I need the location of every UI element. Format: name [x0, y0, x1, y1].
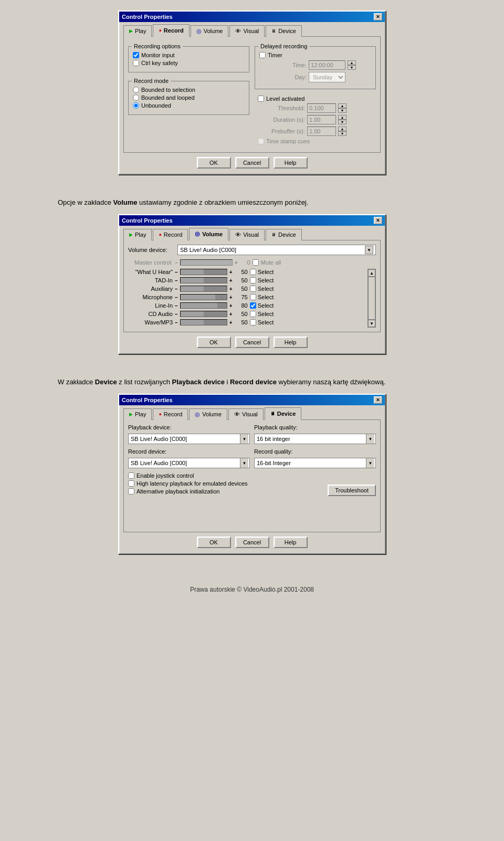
troubleshoot-button[interactable]: Troubleshoot	[328, 485, 376, 496]
tab-device-3[interactable]: 🖥 Device	[265, 407, 301, 420]
volume-scrollbar[interactable]: ▲ ▼	[368, 269, 376, 328]
tab-record-1[interactable]: ● Record	[153, 24, 189, 37]
record-device-arrow[interactable]: ▼	[240, 458, 248, 468]
cancel-button-2[interactable]: Cancel	[235, 337, 269, 348]
timer-row: Timer	[259, 52, 371, 58]
tab-visual-1[interactable]: 👁 Visual	[229, 25, 265, 37]
alt-playback-checkbox[interactable]	[128, 488, 134, 495]
duration-label: Duration (s):	[258, 117, 305, 123]
delayed-recording-legend: Delayed recording	[258, 43, 309, 49]
tab-record-3[interactable]: ● Record	[153, 408, 188, 420]
dialog2-buttons: OK Cancel Help	[123, 337, 381, 348]
slider-1[interactable]	[180, 277, 227, 283]
record-quality-combo[interactable]: 16-bit Integer ▼	[254, 458, 376, 468]
scroll-up-arrow[interactable]: ▲	[368, 269, 375, 277]
record-device-combo[interactable]: SB Live! Audio [C000] ▼	[128, 458, 250, 468]
slider-4[interactable]	[180, 302, 227, 309]
tab-play-2[interactable]: ▶ Play	[123, 229, 152, 240]
select-checkbox-1[interactable]	[250, 277, 256, 283]
record-quality-label: Record quality:	[254, 448, 376, 455]
fill-2	[181, 286, 204, 291]
tab-record-2[interactable]: ● Record	[153, 229, 188, 240]
select-checkbox-2[interactable]	[250, 286, 256, 292]
level-activated-checkbox[interactable]	[258, 96, 264, 102]
volume-device-select[interactable]: SB Live! Audio [C000] ▼	[177, 245, 376, 255]
timer-checkbox[interactable]	[259, 52, 266, 58]
duration-spin-up[interactable]: ▲	[338, 115, 346, 120]
cancel-button-3[interactable]: Cancel	[235, 537, 269, 548]
tab-play-label-2: Play	[135, 232, 146, 238]
select-checkbox-3[interactable]	[250, 294, 256, 300]
prebuffer-spin-down[interactable]: ▼	[338, 131, 346, 136]
prebuffer-spin[interactable]: ▲ ▼	[338, 127, 346, 136]
tab-visual-3[interactable]: 👁 Visual	[228, 408, 264, 420]
dialog3-buttons: OK Cancel Help	[123, 537, 381, 548]
playback-device-combo[interactable]: SB Live! Audio [C000] ▼	[128, 434, 250, 444]
record-icon-3: ●	[159, 412, 161, 417]
tab-device-2[interactable]: 🖥 Device	[266, 229, 302, 240]
text2-bold2: Playback device	[172, 378, 224, 386]
tab-visual-2[interactable]: 👁 Visual	[229, 229, 265, 240]
monitor-input-checkbox[interactable]	[133, 52, 139, 58]
scroll-down-arrow[interactable]: ▼	[368, 320, 375, 327]
fill-0	[181, 269, 204, 275]
high-latency-row: High latency playback for emulated devic…	[128, 480, 248, 487]
high-latency-checkbox[interactable]	[128, 480, 134, 487]
time-spin[interactable]: ▲ ▼	[348, 60, 356, 70]
select-checkbox-5[interactable]	[250, 311, 256, 317]
cancel-button-1[interactable]: Cancel	[235, 157, 269, 169]
volume-device-arrow[interactable]: ▼	[365, 246, 373, 254]
tab-play-3[interactable]: ▶ Play	[123, 408, 152, 420]
select-checkbox-4[interactable]	[250, 302, 256, 309]
close-button-3[interactable]: ✕	[374, 396, 382, 404]
tab-play-label-3: Play	[135, 411, 146, 417]
tab-volume-1[interactable]: ◎ Volume	[191, 25, 229, 37]
select-checkbox-0[interactable]	[250, 269, 256, 275]
help-button-1[interactable]: Help	[274, 157, 308, 169]
tab-volume-3[interactable]: ◎ Volume	[189, 408, 227, 420]
prebuffer-input	[307, 127, 336, 136]
time-spin-down[interactable]: ▼	[348, 65, 356, 70]
ctrl-key-checkbox[interactable]	[133, 60, 139, 66]
playback-quality-arrow[interactable]: ▼	[366, 434, 374, 444]
master-slider-track[interactable]	[180, 259, 233, 266]
slider-3[interactable]	[180, 294, 227, 300]
duration-spin[interactable]: ▲ ▼	[338, 115, 346, 124]
tab-volume-2[interactable]: ◎ Volume	[189, 228, 228, 240]
ok-button-2[interactable]: OK	[197, 337, 231, 348]
value-0: 50	[235, 269, 248, 275]
fill-5	[181, 311, 204, 317]
close-button-2[interactable]: ✕	[374, 217, 382, 224]
mute-all-checkbox[interactable]	[253, 259, 259, 266]
tab-play-1[interactable]: ▶ Play	[123, 25, 152, 37]
threshold-spin-down[interactable]: ▼	[338, 108, 346, 113]
slider-5[interactable]	[180, 311, 227, 317]
fill-6	[181, 320, 204, 325]
bounded-selection-radio[interactable]	[133, 87, 139, 93]
slider-2[interactable]	[180, 286, 227, 292]
scroll-thumb[interactable]	[368, 277, 375, 320]
timestamp-checkbox	[258, 138, 264, 144]
joystick-checkbox[interactable]	[128, 472, 134, 479]
tab-device-1[interactable]: 🖥 Device	[266, 25, 302, 37]
close-button-1[interactable]: ✕	[374, 13, 382, 20]
slider-6[interactable]	[180, 319, 227, 325]
playback-quality-combo[interactable]: 16 bit integer ▼	[254, 434, 376, 444]
time-spin-up[interactable]: ▲	[348, 60, 356, 65]
playback-device-arrow[interactable]: ▼	[240, 434, 248, 444]
slider-0[interactable]	[180, 269, 227, 275]
duration-spin-down[interactable]: ▼	[338, 120, 346, 124]
threshold-spin[interactable]: ▲ ▼	[338, 103, 346, 113]
prebuffer-spin-up[interactable]: ▲	[338, 127, 346, 131]
help-button-2[interactable]: Help	[274, 337, 308, 348]
tab-content-1: Recording options Monitor input Ctrl key…	[123, 36, 381, 153]
ok-button-3[interactable]: OK	[197, 537, 231, 548]
bounded-looped-radio[interactable]	[133, 94, 139, 101]
unbounded-radio[interactable]	[133, 102, 139, 109]
select-checkbox-6[interactable]	[250, 319, 256, 325]
eye-icon-1: 👁	[235, 28, 241, 34]
ok-button-1[interactable]: OK	[197, 157, 231, 169]
record-quality-arrow[interactable]: ▼	[366, 458, 374, 468]
threshold-spin-up[interactable]: ▲	[338, 103, 346, 108]
help-button-3[interactable]: Help	[274, 537, 308, 548]
